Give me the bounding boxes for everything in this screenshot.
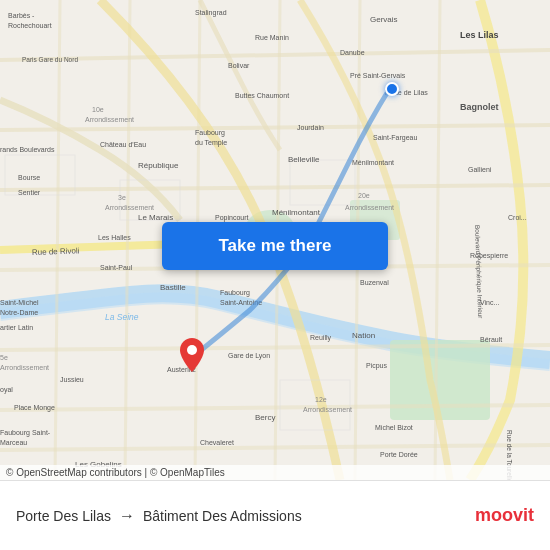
svg-text:5e: 5e (0, 354, 8, 361)
svg-text:Arrondissement: Arrondissement (0, 364, 49, 371)
svg-text:Chevaleret: Chevaleret (200, 439, 234, 446)
svg-text:Bourse: Bourse (18, 174, 40, 181)
svg-text:Croi...: Croi... (508, 214, 527, 221)
svg-text:20e: 20e (358, 192, 370, 199)
svg-point-94 (187, 345, 197, 355)
svg-text:Rue Manin: Rue Manin (255, 34, 289, 41)
svg-text:Danube: Danube (340, 49, 365, 56)
svg-text:Arrondissement: Arrondissement (345, 204, 394, 211)
svg-text:Barbès -: Barbès - (8, 12, 35, 19)
svg-text:Place Monge: Place Monge (14, 404, 55, 412)
svg-text:Bercy: Bercy (255, 413, 275, 422)
map-attribution: © OpenStreetMap contributors | © OpenMap… (0, 465, 550, 480)
svg-text:Paris Gare du Nord: Paris Gare du Nord (22, 56, 78, 63)
bottom-bar: Porte Des Lilas → Bâtiment Des Admission… (0, 480, 550, 550)
destination-pin (180, 338, 204, 376)
svg-text:Bagnolet: Bagnolet (460, 102, 499, 112)
svg-text:Saint-Fargeau: Saint-Fargeau (373, 134, 417, 142)
svg-text:12e: 12e (315, 396, 327, 403)
svg-text:Le Marais: Le Marais (138, 213, 173, 222)
svg-text:Buzenval: Buzenval (360, 279, 389, 286)
take-me-there-button[interactable]: Take me there (162, 222, 388, 270)
route-arrow: → (119, 507, 135, 525)
svg-text:Sentier: Sentier (18, 189, 41, 196)
svg-text:Michel Bizot: Michel Bizot (375, 424, 413, 431)
svg-text:Jussieu: Jussieu (60, 376, 84, 383)
origin-label: Porte Des Lilas (16, 508, 111, 524)
svg-text:Les Halles: Les Halles (98, 234, 131, 241)
svg-text:Stalingrad: Stalingrad (195, 9, 227, 17)
svg-text:Château d'Eau: Château d'Eau (100, 141, 146, 148)
svg-text:Notre-Dame: Notre-Dame (0, 309, 38, 316)
svg-text:Rochechouart: Rochechouart (8, 22, 52, 29)
origin-dot (385, 82, 399, 96)
svg-text:Gallieni: Gallieni (468, 166, 492, 173)
svg-text:Ménilmontant: Ménilmontant (272, 208, 321, 217)
svg-text:Reuilly: Reuilly (310, 334, 332, 342)
moovit-logo: moovit (475, 505, 534, 526)
route-info: Porte Des Lilas → Bâtiment Des Admission… (16, 507, 475, 525)
svg-text:Belleville: Belleville (288, 155, 320, 164)
svg-text:Faubourg Saint-: Faubourg Saint- (0, 429, 51, 437)
svg-text:Saint-Paul: Saint-Paul (100, 264, 133, 271)
svg-text:Bastille: Bastille (160, 283, 186, 292)
svg-text:rands Boulevards: rands Boulevards (0, 146, 55, 153)
svg-text:Ménilmontant: Ménilmontant (352, 159, 394, 166)
svg-text:La Seine: La Seine (105, 312, 139, 322)
svg-text:Les Lilas: Les Lilas (460, 30, 499, 40)
svg-text:Faubourg: Faubourg (195, 129, 225, 137)
svg-text:oyal: oyal (0, 386, 13, 394)
svg-text:Marceau: Marceau (0, 439, 27, 446)
svg-text:Gare de Lyon: Gare de Lyon (228, 352, 270, 360)
svg-text:du Temple: du Temple (195, 139, 227, 147)
svg-text:10e: 10e (92, 106, 104, 113)
svg-text:Popincourt: Popincourt (215, 214, 249, 222)
svg-text:Arrondissement: Arrondissement (85, 116, 134, 123)
svg-text:Pré Saint-Gervais: Pré Saint-Gervais (350, 72, 406, 79)
svg-text:3e: 3e (118, 194, 126, 201)
svg-text:Arrondissement: Arrondissement (303, 406, 352, 413)
svg-text:République: République (138, 161, 179, 170)
svg-text:Nation: Nation (352, 331, 375, 340)
svg-text:Buttes Chaumont: Buttes Chaumont (235, 92, 289, 99)
svg-text:Gervais: Gervais (370, 15, 398, 24)
svg-text:Rue de Rivoli: Rue de Rivoli (32, 246, 80, 257)
svg-text:Bolivar: Bolivar (228, 62, 250, 69)
svg-text:Picpus: Picpus (366, 362, 388, 370)
svg-text:Arrondissement: Arrondissement (105, 204, 154, 211)
svg-text:Jourdain: Jourdain (297, 124, 324, 131)
svg-text:artier Latin: artier Latin (0, 324, 33, 331)
svg-text:Porte Dorée: Porte Dorée (380, 451, 418, 458)
svg-text:Saint-Michel: Saint-Michel (0, 299, 39, 306)
svg-text:Bérault: Bérault (480, 336, 502, 343)
destination-label: Bâtiment Des Admissions (143, 508, 302, 524)
moovit-brand-text: moovit (475, 505, 534, 526)
map-container: Barbès - Rochechouart Stalingrad Rue Man… (0, 0, 550, 480)
svg-text:Faubourg: Faubourg (220, 289, 250, 297)
